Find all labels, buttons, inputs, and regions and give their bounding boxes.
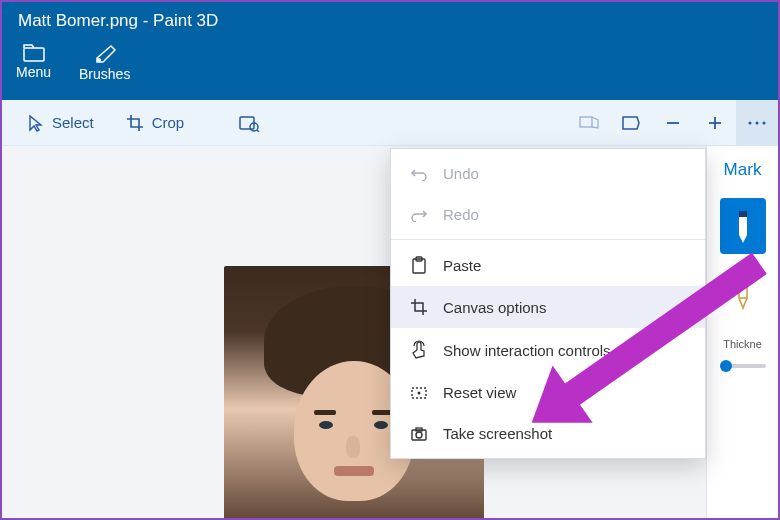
canvas-icon [409,298,429,316]
window-title: Matt Bomer.png - Paint 3D [18,11,218,31]
ribbon: Menu Brushes [2,40,778,100]
magic-select-button[interactable] [228,100,270,146]
svg-point-10 [763,121,766,124]
marker-tool[interactable] [720,198,766,254]
select-label: Select [52,114,94,131]
pencil-tool[interactable] [720,262,766,318]
redo-icon [409,208,429,222]
side-panel: Mark Thickne [706,146,778,518]
svg-point-1 [97,58,101,62]
svg-rect-11 [739,211,747,217]
canvas-options-item[interactable]: Canvas options [391,286,705,328]
context-menu: Undo Redo Paste Canvas options Show int [390,148,706,459]
thickness-slider[interactable] [720,364,766,368]
select-button[interactable]: Select [12,104,110,142]
svg-point-9 [756,121,759,124]
menu-button[interactable]: Menu [16,44,51,80]
show-controls-item[interactable]: Show interaction controls [391,328,705,372]
brush-icon [93,44,117,64]
window: Matt Bomer.png - Paint 3D Menu Brushes S… [2,2,778,518]
brushes-label: Brushes [79,66,130,82]
svg-point-15 [418,391,421,394]
panel-title: Mark [724,160,762,180]
zoom-out-button[interactable] [652,100,694,146]
svg-rect-4 [580,117,592,127]
camera-icon [409,427,429,441]
redo-item: Redo [391,194,705,235]
crop-icon [126,114,144,132]
reset-view-item[interactable]: Reset view [391,372,705,413]
undo-icon [409,167,429,181]
paste-icon [409,256,429,274]
paste-label: Paste [443,257,481,274]
toolbar: Select Crop [2,100,778,146]
mixed-reality-button[interactable] [610,100,652,146]
touch-icon [409,340,429,360]
undo-label: Undo [443,165,479,182]
screenshot-item[interactable]: Take screenshot [391,413,705,454]
canvas-options-label: Canvas options [443,299,546,316]
zoom-in-button[interactable] [694,100,736,146]
title-bar: Matt Bomer.png - Paint 3D [2,2,778,40]
crop-button[interactable]: Crop [110,104,201,142]
show-controls-label: Show interaction controls [443,342,611,359]
brushes-button[interactable]: Brushes [79,44,130,82]
slider-thumb[interactable] [720,360,732,372]
folder-icon [23,44,45,62]
paste-item[interactable]: Paste [391,244,705,286]
undo-item: Undo [391,153,705,194]
menu-separator [391,239,705,240]
cursor-icon [28,114,44,132]
svg-point-8 [749,121,752,124]
crop-label: Crop [152,114,185,131]
3d-view-button[interactable] [568,100,610,146]
menu-label: Menu [16,64,51,80]
reset-view-icon [409,386,429,400]
screenshot-label: Take screenshot [443,425,552,442]
more-options-button[interactable] [736,100,778,146]
redo-label: Redo [443,206,479,223]
svg-rect-0 [24,48,44,61]
reset-view-label: Reset view [443,384,516,401]
thickness-label: Thickne [723,338,762,350]
svg-point-17 [416,432,422,438]
